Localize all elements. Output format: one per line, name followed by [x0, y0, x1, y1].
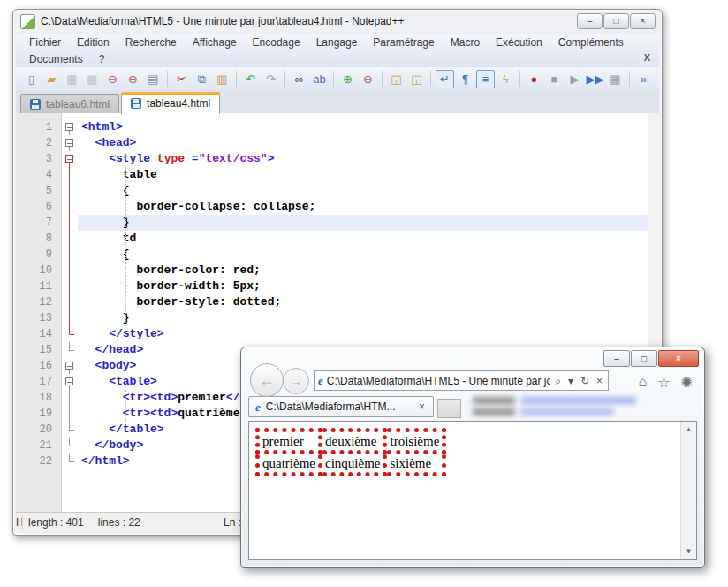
- menu-item-exécution[interactable]: Exécution: [488, 36, 550, 49]
- fold-marker[interactable]: [62, 294, 78, 310]
- toolbar-overflow-icon[interactable]: »: [634, 70, 653, 88]
- fold-marker[interactable]: [62, 390, 78, 406]
- undo-icon[interactable]: ↶: [241, 70, 260, 88]
- scroll-up-icon[interactable]: ▲: [681, 423, 696, 436]
- editor-tab-tableau6.html[interactable]: tableau6.html: [20, 94, 119, 113]
- fold-marker[interactable]: [62, 199, 78, 215]
- fold-marker[interactable]: [62, 326, 78, 342]
- maximize-button[interactable]: □: [631, 350, 657, 367]
- back-button[interactable]: ←: [250, 363, 284, 397]
- new-file-icon[interactable]: ▯: [22, 70, 41, 88]
- cut-icon[interactable]: ✂: [172, 70, 191, 88]
- menu-item-langage[interactable]: Langage: [308, 36, 366, 49]
- stop-icon[interactable]: ×: [595, 375, 604, 387]
- fold-marker[interactable]: [62, 358, 78, 374]
- macro-stop-icon[interactable]: ■: [545, 70, 564, 88]
- show-all-characters-icon[interactable]: ¶: [456, 70, 474, 88]
- code-text[interactable]: border-style: dotted;: [78, 294, 648, 310]
- sync-vertical-scroll-icon[interactable]: ◱: [387, 70, 406, 88]
- menu-item-fichier[interactable]: Fichier: [21, 36, 69, 49]
- browser-tab[interactable]: e C:\Data\Mediaforma\HTM... ×: [248, 396, 434, 417]
- fold-marker[interactable]: [62, 231, 78, 247]
- fold-marker[interactable]: [62, 119, 78, 135]
- tools-gear-icon[interactable]: ✺: [681, 374, 693, 391]
- code-text[interactable]: <html>: [78, 119, 648, 135]
- zoom-in-icon[interactable]: ⊕: [338, 70, 357, 88]
- indent-guide-icon[interactable]: ≡: [476, 70, 495, 88]
- code-text[interactable]: {: [78, 247, 648, 263]
- fold-marker[interactable]: [62, 183, 78, 199]
- fold-marker[interactable]: [62, 342, 78, 358]
- maximize-button[interactable]: □: [603, 13, 629, 29]
- code-text[interactable]: }: [78, 310, 648, 326]
- home-icon[interactable]: ⌂: [639, 374, 648, 391]
- code-text[interactable]: border-width: 5px;: [78, 278, 648, 294]
- menu-item-paramétrage[interactable]: Paramétrage: [365, 36, 442, 49]
- code-text[interactable]: table: [78, 167, 648, 183]
- close-button[interactable]: ×: [630, 13, 656, 29]
- close-all-documents-icon[interactable]: ⊖: [124, 70, 142, 88]
- menu-item-encodage[interactable]: Encodage: [245, 36, 308, 49]
- print-icon[interactable]: ▤: [144, 70, 163, 88]
- copy-icon[interactable]: ⧉: [193, 70, 211, 88]
- close-document-icon[interactable]: ⊖: [103, 70, 122, 88]
- editor-tab-tableau4.html[interactable]: tableau4.html: [121, 92, 220, 114]
- favorites-star-icon[interactable]: ☆: [657, 374, 670, 391]
- open-folder-icon[interactable]: ▰: [42, 70, 61, 88]
- menu-close-document-button[interactable]: X: [644, 52, 650, 63]
- code-text[interactable]: </style>: [78, 326, 648, 342]
- fold-marker[interactable]: [62, 310, 78, 326]
- fold-marker[interactable]: [62, 247, 78, 263]
- new-tab-button[interactable]: [437, 399, 461, 418]
- macro-play-icon[interactable]: ▶: [565, 70, 584, 88]
- code-text[interactable]: border-color: red;: [78, 263, 648, 278]
- chevron-down-icon[interactable]: ▾: [566, 375, 575, 387]
- fold-marker[interactable]: [62, 278, 78, 294]
- fold-marker[interactable]: [62, 422, 78, 438]
- replace-icon[interactable]: ab: [310, 70, 329, 88]
- macro-record-icon[interactable]: ●: [525, 70, 543, 88]
- tab-close-icon[interactable]: ×: [417, 400, 427, 413]
- scroll-down-icon[interactable]: ▼: [681, 545, 696, 558]
- code-text[interactable]: }: [78, 215, 648, 231]
- word-wrap-icon[interactable]: ↵: [436, 70, 454, 88]
- page-scrollbar[interactable]: ▲ ▼: [680, 422, 696, 559]
- macro-save-icon[interactable]: ▦: [606, 70, 625, 88]
- fold-marker[interactable]: [62, 454, 78, 469]
- menu-item-macro[interactable]: Macro: [443, 36, 488, 49]
- address-url[interactable]: C:\Data\Mediaforma\HTML5 - Une minute pa…: [327, 375, 550, 387]
- menu-item-help[interactable]: ?: [91, 53, 113, 65]
- menu-item-compléments[interactable]: Compléments: [550, 36, 632, 49]
- fold-marker[interactable]: [62, 151, 78, 167]
- fold-marker[interactable]: [62, 374, 78, 390]
- fold-marker[interactable]: [62, 406, 78, 422]
- macro-run-multiple-icon[interactable]: ▶▶: [586, 70, 604, 88]
- code-text[interactable]: {: [78, 183, 648, 199]
- menu-item-recherche[interactable]: Recherche: [118, 36, 185, 49]
- code-text[interactable]: border-collapse: collapse;: [78, 199, 648, 215]
- paste-icon[interactable]: ▥: [213, 70, 231, 88]
- menu-item-documents[interactable]: Documents: [21, 53, 91, 65]
- code-text[interactable]: <head>: [78, 135, 648, 151]
- search-icon[interactable]: ⌕: [553, 375, 563, 387]
- fold-marker[interactable]: [62, 263, 78, 278]
- code-text[interactable]: <style type ="text/css">: [78, 151, 648, 167]
- refresh-icon[interactable]: ↻: [579, 375, 591, 387]
- fold-marker[interactable]: [62, 135, 78, 151]
- minimize-button[interactable]: –: [603, 350, 630, 367]
- save-icon[interactable]: ▦: [63, 70, 81, 88]
- close-button[interactable]: ×: [658, 350, 699, 367]
- function-list-icon[interactable]: ϟ: [497, 70, 515, 88]
- fold-marker[interactable]: [62, 215, 78, 231]
- minimize-button[interactable]: –: [577, 13, 603, 29]
- sync-horizontal-scroll-icon[interactable]: ◲: [407, 70, 426, 88]
- zoom-out-icon[interactable]: ⊖: [359, 70, 377, 88]
- redo-icon[interactable]: ↷: [262, 70, 280, 88]
- find-icon[interactable]: ∞: [290, 70, 308, 88]
- forward-button[interactable]: →: [283, 368, 309, 394]
- fold-marker[interactable]: [62, 438, 78, 454]
- address-bar[interactable]: e C:\Data\Mediaforma\HTML5 - Une minute …: [314, 370, 609, 391]
- code-text[interactable]: td: [78, 231, 648, 247]
- fold-marker[interactable]: [62, 167, 78, 183]
- menu-item-edition[interactable]: Edition: [69, 36, 118, 49]
